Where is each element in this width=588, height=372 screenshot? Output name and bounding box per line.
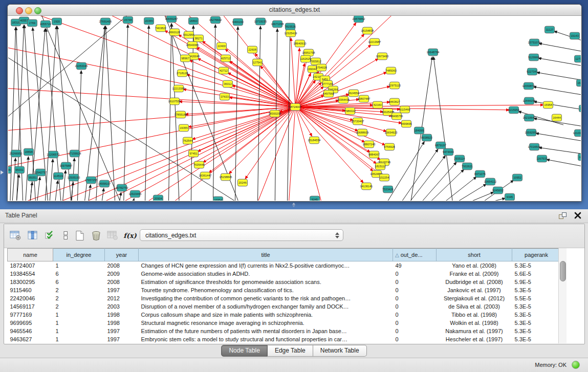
- network-canvas-wrap[interactable]: 1872400718300295183184055727694055724192…: [8, 16, 581, 201]
- graph-node[interactable]: 10952: [513, 174, 522, 181]
- tab-node-table[interactable]: Node Table: [221, 345, 268, 357]
- graph-node[interactable]: 16154838: [361, 27, 374, 34]
- graph-node[interactable]: 10655287: [165, 16, 178, 23]
- graph-node[interactable]: 425712: [221, 55, 231, 62]
- graph-node[interactable]: 62160: [373, 101, 383, 108]
- graph-node[interactable]: 16782759: [116, 184, 128, 191]
- graph-node[interactable]: 9345: [505, 193, 515, 201]
- graph-node[interactable]: 9245652: [492, 187, 504, 194]
- graph-node[interactable]: 9756928: [384, 143, 395, 150]
- graph-node[interactable]: 42712: [219, 67, 229, 74]
- graph-node[interactable]: 7932621: [462, 163, 473, 170]
- graph-node[interactable]: 10654112: [484, 178, 496, 185]
- column-header-pagerank[interactable]: pagerank: [512, 249, 561, 261]
- graph-node[interactable]: 16648784: [427, 49, 440, 56]
- graph-node[interactable]: 127541: [253, 59, 263, 66]
- network-window[interactable]: citations_edges.txt 18724007183002951831…: [7, 4, 582, 202]
- graph-node[interactable]: 16671358: [271, 20, 284, 28]
- graph-node[interactable]: 9129966: [528, 54, 539, 61]
- delete-table-icon[interactable]: [105, 229, 120, 242]
- drawer-collapse-icon[interactable]: [1, 170, 4, 174]
- graph-node[interactable]: 8215954: [508, 106, 519, 114]
- graph-node[interactable]: 4055724: [40, 20, 51, 28]
- table-mode-icon[interactable]: [8, 229, 23, 242]
- graph-node[interactable]: 15720407: [352, 118, 364, 125]
- graph-node[interactable]: 22400: [217, 42, 227, 50]
- graph-node[interactable]: 15276602: [209, 16, 222, 24]
- tab-network-table[interactable]: Network Table: [313, 345, 367, 357]
- graph-node[interactable]: 38271: [194, 35, 204, 42]
- graph-node[interactable]: 16952: [578, 154, 581, 161]
- graph-node[interactable]: 12444158: [523, 97, 536, 104]
- row-height-icon[interactable]: [58, 229, 73, 242]
- graph-node[interactable]: 19143: [570, 32, 580, 39]
- graph-node[interactable]: 12103454: [573, 129, 581, 137]
- graph-node[interactable]: 6879197: [435, 142, 446, 149]
- graph-node[interactable]: 18807243: [363, 141, 376, 148]
- graph-node[interactable]: 37633: [220, 93, 230, 100]
- graph-node[interactable]: 5912954: [183, 31, 194, 38]
- graph-node[interactable]: 16361447: [199, 172, 212, 179]
- graph-node[interactable]: 11351: [579, 105, 581, 112]
- graph-node[interactable]: 95051: [28, 174, 38, 181]
- graph-node[interactable]: 20876862: [353, 16, 365, 23]
- graph-node[interactable]: 18860: [189, 17, 199, 25]
- graph-node[interactable]: 36012: [223, 80, 233, 87]
- graph-node[interactable]: 12975115: [388, 82, 401, 89]
- table-scrollbar[interactable]: [558, 248, 567, 343]
- graph-node[interactable]: 17159928: [69, 150, 81, 157]
- column-header-short[interactable]: short: [437, 249, 512, 261]
- table-row[interactable]: 1830029562008Estimation of significance …: [8, 278, 561, 286]
- graph-node[interactable]: 5794028: [316, 64, 327, 71]
- graph-node[interactable]: 1167533: [536, 155, 547, 162]
- graph-node[interactable]: 18300295: [269, 110, 281, 117]
- graph-node[interactable]: 15751074: [528, 39, 541, 46]
- graph-node[interactable]: 12213987: [368, 38, 381, 46]
- table-row[interactable]: 969969511998Structural magnetic resonanc…: [8, 319, 561, 327]
- graph-node[interactable]: 25266950: [10, 150, 23, 157]
- graph-node[interactable]: 20246: [238, 179, 248, 186]
- graph-node[interactable]: 7485063: [385, 67, 397, 74]
- graph-node[interactable]: 10688609: [356, 129, 369, 136]
- float-panel-icon[interactable]: [558, 212, 568, 220]
- graph-node[interactable]: 1162625: [300, 55, 311, 62]
- graph-node[interactable]: 20904: [154, 195, 163, 201]
- graph-node[interactable]: 17957255: [85, 177, 98, 184]
- table-row[interactable]: 911546021997Tourette syndrome. Phenomeno…: [8, 286, 561, 294]
- graph-node[interactable]: 1920: [52, 18, 62, 25]
- graph-node[interactable]: 14958107: [98, 180, 111, 187]
- graph-node[interactable]: 9463627: [389, 98, 400, 105]
- graph-node[interactable]: 8938923: [421, 134, 432, 141]
- graph-node[interactable]: 95031: [15, 166, 25, 173]
- splitter-handle-icon[interactable]: [290, 203, 296, 207]
- graph-node[interactable]: 14136141: [360, 183, 373, 190]
- select-columns-icon[interactable]: [43, 229, 57, 242]
- network-canvas[interactable]: 1872400718300295183184055727694055724192…: [8, 16, 581, 201]
- graph-node[interactable]: 6466160: [232, 18, 244, 26]
- graph-node[interactable]: 15158845: [220, 173, 232, 181]
- graph-node[interactable]: 7815526: [285, 23, 296, 30]
- graph-node[interactable]: 152254: [380, 174, 389, 181]
- create-column-icon[interactable]: [73, 229, 87, 242]
- column-header-in_degree[interactable]: in_degree: [53, 249, 105, 261]
- graph-node[interactable]: 22608: [248, 46, 257, 53]
- graph-node[interactable]: 8660128: [169, 29, 180, 36]
- graph-node[interactable]: 11127: [545, 26, 555, 33]
- table-row[interactable]: 946362711997Embryonic stem cells: a mode…: [8, 335, 561, 343]
- table-row[interactable]: 1872400712008Changes of HCN gene express…: [8, 261, 561, 270]
- graph-node[interactable]: 762544: [183, 137, 193, 144]
- graph-node[interactable]: 15748: [123, 16, 133, 24]
- table-row[interactable]: 1938455462009Genome-wide association stu…: [8, 270, 561, 278]
- graph-node[interactable]: 21206570: [47, 151, 60, 158]
- graph-node[interactable]: 17855189: [175, 111, 187, 118]
- graph-node[interactable]: 16428: [577, 79, 581, 86]
- graph-node[interactable]: 9884067: [368, 151, 380, 158]
- graph-node[interactable]: 184095: [415, 127, 424, 134]
- graph-node[interactable]: 7986322: [344, 107, 356, 115]
- graph-node[interactable]: 10807487: [358, 95, 371, 102]
- graph-node[interactable]: 13654923: [385, 129, 398, 136]
- graph-node[interactable]: 9474444: [443, 148, 454, 156]
- graph-node[interactable]: 12325419: [285, 30, 297, 37]
- graph-node[interactable]: 12093877: [522, 82, 535, 90]
- graph-node[interactable]: 17016504: [528, 143, 541, 150]
